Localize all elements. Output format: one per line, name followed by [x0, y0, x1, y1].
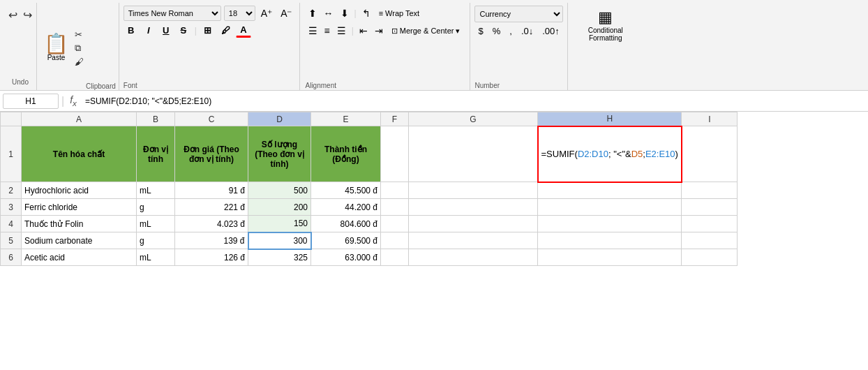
cell-d6[interactable]: 325: [248, 249, 311, 266]
cell-i5[interactable]: [682, 232, 738, 249]
paste-button[interactable]: 📋 Paste: [40, 6, 73, 90]
italic-button[interactable]: I: [141, 24, 156, 37]
cell-g5[interactable]: [409, 232, 538, 249]
header-col-c[interactable]: Đơn giá (Theo đơn vị tính): [175, 126, 248, 182]
cell-i6[interactable]: [682, 249, 738, 266]
cell-e2[interactable]: 45.500 đ: [311, 182, 381, 199]
cell-e5[interactable]: 69.500 đ: [311, 232, 381, 249]
border-button[interactable]: ⊞: [200, 24, 216, 37]
align-top-button[interactable]: ⬆: [306, 6, 320, 21]
cell-i2[interactable]: [682, 182, 738, 199]
cell-d5[interactable]: 300: [248, 232, 311, 249]
cell-b3[interactable]: g: [137, 199, 175, 216]
conditional-formatting-button[interactable]: ▦ Conditional Formatting: [574, 6, 638, 45]
cell-a4[interactable]: Thuốc thử Folin: [22, 216, 137, 232]
col-header-d[interactable]: D: [248, 112, 311, 126]
function-wizard-icon[interactable]: fx: [67, 94, 80, 108]
font-size-select[interactable]: 18: [224, 6, 255, 21]
cell-h1[interactable]: =SUMIF(D2:D10; "<"&D5;E2:E10): [538, 126, 682, 182]
cell-f2[interactable]: [381, 182, 409, 199]
cell-reference-box[interactable]: [3, 94, 59, 109]
col-header-i[interactable]: I: [682, 112, 738, 126]
cell-f5[interactable]: [381, 232, 409, 249]
header-col-b[interactable]: Đơn vị tính: [137, 126, 175, 182]
cell-b4[interactable]: mL: [137, 216, 175, 232]
col-header-b[interactable]: B: [137, 112, 175, 126]
cell-c2[interactable]: 91 đ: [175, 182, 248, 199]
wrap-text-button[interactable]: ≡ Wrap Text: [375, 7, 424, 20]
cell-d2[interactable]: 500: [248, 182, 311, 199]
cell-f3[interactable]: [381, 199, 409, 216]
cell-i3[interactable]: [682, 199, 738, 216]
align-middle-button[interactable]: ↔: [321, 6, 336, 21]
copy-button[interactable]: ⧉: [73, 42, 86, 54]
cell-h3[interactable]: [538, 199, 682, 216]
cell-f4[interactable]: [381, 216, 409, 232]
cell-f1[interactable]: [381, 126, 409, 182]
merge-center-button[interactable]: ⊡ Merge & Center▾: [387, 24, 465, 38]
undo-button[interactable]: ↩: [7, 7, 19, 23]
cell-g1[interactable]: [409, 126, 538, 182]
cell-d4[interactable]: 150: [248, 216, 311, 232]
decrease-indent-button[interactable]: ⇤: [357, 23, 371, 38]
cell-d3[interactable]: 200: [248, 199, 311, 216]
percent-button[interactable]: %: [489, 24, 504, 38]
decrease-font-size-button[interactable]: A⁻: [278, 6, 294, 20]
cell-a2[interactable]: Hydrochloric acid: [22, 182, 137, 199]
font-color-button[interactable]: A: [236, 23, 251, 38]
align-right-button[interactable]: ☰: [334, 23, 349, 38]
text-direction-button[interactable]: ↰: [359, 6, 373, 21]
col-header-g[interactable]: G: [409, 112, 538, 126]
cell-g3[interactable]: [409, 199, 538, 216]
cell-a6[interactable]: Acetic acid: [22, 249, 137, 266]
col-header-a[interactable]: A: [22, 112, 137, 126]
cell-h6[interactable]: [538, 249, 682, 266]
cell-h5[interactable]: [538, 232, 682, 249]
cell-b5[interactable]: g: [137, 232, 175, 249]
cell-f6[interactable]: [381, 249, 409, 266]
cell-c5[interactable]: 139 đ: [175, 232, 248, 249]
cut-button[interactable]: ✂: [73, 29, 86, 40]
col-header-h[interactable]: H: [538, 112, 682, 126]
cell-e4[interactable]: 804.600 đ: [311, 216, 381, 232]
increase-font-size-button[interactable]: A⁺: [258, 6, 275, 20]
fill-color-button[interactable]: 🖊: [218, 24, 234, 37]
cell-i4[interactable]: [682, 216, 738, 232]
cell-h4[interactable]: [538, 216, 682, 232]
header-col-d[interactable]: Số lượng (Theo đơn vị tính): [248, 126, 311, 182]
comma-button[interactable]: ,: [506, 24, 516, 38]
col-header-f[interactable]: F: [381, 112, 409, 126]
number-format-select[interactable]: Currency: [474, 6, 562, 22]
cell-b2[interactable]: mL: [137, 182, 175, 199]
align-bottom-button[interactable]: ⬇: [338, 6, 352, 21]
cell-g2[interactable]: [409, 182, 538, 199]
underline-button[interactable]: U: [158, 24, 174, 37]
redo-button[interactable]: ↪: [22, 7, 33, 23]
increase-indent-button[interactable]: ⇥: [372, 23, 386, 38]
cell-g6[interactable]: [409, 249, 538, 266]
cell-c6[interactable]: 126 đ: [175, 249, 248, 266]
cell-g4[interactable]: [409, 216, 538, 232]
cell-a3[interactable]: Ferric chloride: [22, 199, 137, 216]
cell-c4[interactable]: 4.023 đ: [175, 216, 248, 232]
decrease-decimal-button[interactable]: .0↓: [518, 24, 537, 38]
font-name-select[interactable]: Times New Roman: [124, 6, 221, 21]
col-header-c[interactable]: C: [175, 112, 248, 126]
accounting-button[interactable]: $: [474, 24, 486, 38]
header-col-a[interactable]: Tên hóa chất: [22, 126, 137, 182]
align-center-button[interactable]: ≡: [322, 23, 333, 38]
cell-c3[interactable]: 221 đ: [175, 199, 248, 216]
format-painter-button[interactable]: 🖌: [73, 56, 86, 68]
cell-e3[interactable]: 44.200 đ: [311, 199, 381, 216]
strikethrough-button[interactable]: S: [176, 24, 191, 37]
cell-b6[interactable]: mL: [137, 249, 175, 266]
cell-i1[interactable]: [682, 126, 738, 182]
cell-a5[interactable]: Sodium carbonate: [22, 232, 137, 249]
cell-e6[interactable]: 63.000 đ: [311, 249, 381, 266]
increase-decimal-button[interactable]: .00↑: [539, 24, 563, 38]
bold-button[interactable]: B: [124, 24, 139, 37]
col-header-e[interactable]: E: [311, 112, 381, 126]
cell-h2[interactable]: [538, 182, 682, 199]
header-col-e[interactable]: Thành tiền (Đồng): [311, 126, 381, 182]
align-left-button[interactable]: ☰: [306, 23, 320, 38]
